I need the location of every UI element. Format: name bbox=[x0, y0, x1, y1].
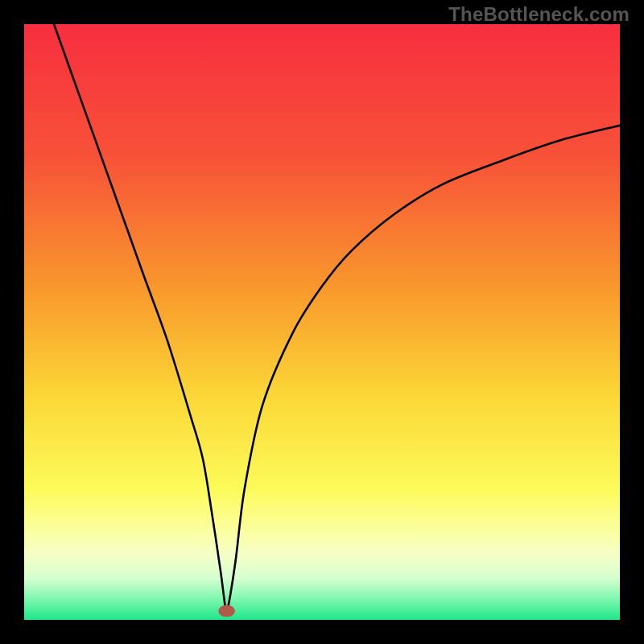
optimum-marker bbox=[218, 605, 235, 617]
watermark-text: TheBottleneck.com bbox=[448, 3, 630, 26]
chart-background bbox=[24, 24, 620, 620]
plot-area bbox=[24, 24, 620, 620]
chart-svg bbox=[24, 24, 620, 620]
chart-frame: TheBottleneck.com bbox=[0, 0, 644, 644]
